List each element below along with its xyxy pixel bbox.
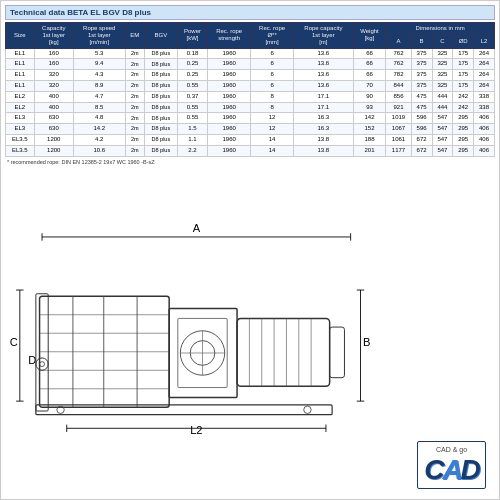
col-header: EM xyxy=(125,23,144,49)
table-cell: 400 xyxy=(34,102,73,113)
table-cell: 0.18 xyxy=(177,48,207,59)
bottom-section: A C D B L2 xyxy=(1,167,499,499)
table-cell: 1960 xyxy=(208,59,251,70)
table-cell: 475 xyxy=(411,91,432,102)
table-cell: D8 plus xyxy=(144,113,177,124)
table-cell: 320 xyxy=(34,80,73,91)
table-cell: 6 xyxy=(251,59,294,70)
cad-logo: CAD xyxy=(424,456,479,484)
col-header: Rec. ropestrength xyxy=(208,23,251,49)
table-cell: 2m xyxy=(125,124,144,135)
table-cell: 406 xyxy=(474,124,495,135)
table-cell: 325 xyxy=(432,70,453,81)
table-cell: 9.4 xyxy=(73,59,125,70)
table-cell: 16.3 xyxy=(294,124,354,135)
table-cell: D8 plus xyxy=(144,124,177,135)
table-cell: 13.8 xyxy=(294,145,354,156)
table-cell: 1960 xyxy=(208,113,251,124)
table-cell: 338 xyxy=(474,102,495,113)
table-row: EL13204.32mD8 plus0.251960613.6667823753… xyxy=(6,70,495,81)
table-cell: 1960 xyxy=(208,91,251,102)
table-cell: 1960 xyxy=(208,145,251,156)
col-header: Rec. ropeØ**[mm] xyxy=(251,23,294,49)
table-cell: 152 xyxy=(353,124,386,135)
table-cell: 762 xyxy=(386,48,411,59)
table-cell: 12 xyxy=(251,113,294,124)
table-cell: 2.2 xyxy=(177,145,207,156)
table-cell: 2m xyxy=(125,145,144,156)
table-cell: 175 xyxy=(453,48,474,59)
table-cell: 672 xyxy=(411,134,432,145)
table-cell: D8 plus xyxy=(144,91,177,102)
table-cell: EL1 xyxy=(6,70,35,81)
table-cell: 4.8 xyxy=(73,113,125,124)
col-header: Capacity1st layer[kg] xyxy=(34,23,73,49)
table-cell: 264 xyxy=(474,80,495,91)
table-row: EL3.512004.22mD8 plus1.119601413.8188106… xyxy=(6,134,495,145)
table-cell: 547 xyxy=(432,113,453,124)
svg-point-43 xyxy=(304,406,311,413)
table-cell: 547 xyxy=(432,145,453,156)
table-cell: EL3.5 xyxy=(6,134,35,145)
table-cell: 264 xyxy=(474,70,495,81)
table-cell: D8 plus xyxy=(144,102,177,113)
svg-text:C: C xyxy=(10,335,18,347)
table-cell: 13.6 xyxy=(294,70,354,81)
table-cell: EL1 xyxy=(6,80,35,91)
table-cell: 10.6 xyxy=(73,145,125,156)
table-cell: 1200 xyxy=(34,145,73,156)
col-header: Dimensions in mm xyxy=(386,23,495,36)
table-cell: 17.1 xyxy=(294,102,354,113)
table-cell: EL1 xyxy=(6,48,35,59)
table-cell: D8 plus xyxy=(144,70,177,81)
table-row: EL13208.92mD8 plus0.551960613.6708443753… xyxy=(6,80,495,91)
table-cell: 14 xyxy=(251,134,294,145)
table-cell: 630 xyxy=(34,124,73,135)
table-cell: 856 xyxy=(386,91,411,102)
table-cell: 4.3 xyxy=(73,70,125,81)
table-cell: 0.25 xyxy=(177,70,207,81)
svg-rect-33 xyxy=(237,318,330,386)
table-row: EL363014.22mD8 plus1.519601216.315210675… xyxy=(6,124,495,135)
table-cell: 444 xyxy=(432,91,453,102)
table-cell: 1960 xyxy=(208,102,251,113)
table-cell: 5.3 xyxy=(73,48,125,59)
table-cell: 6 xyxy=(251,70,294,81)
dim-subheader: A xyxy=(386,35,411,48)
table-cell: D8 plus xyxy=(144,48,177,59)
table-cell: 2m xyxy=(125,91,144,102)
table-cell: 1960 xyxy=(208,134,251,145)
table-cell: 16.3 xyxy=(294,113,354,124)
table-cell: 0.55 xyxy=(177,80,207,91)
table-cell: 6 xyxy=(251,48,294,59)
table-cell: 672 xyxy=(411,145,432,156)
col-header: Weight[kg] xyxy=(353,23,386,49)
col-header: Size xyxy=(6,23,35,49)
table-cell: 13.6 xyxy=(294,48,354,59)
table-cell: 295 xyxy=(453,145,474,156)
table-cell: 66 xyxy=(353,59,386,70)
table-cell: 295 xyxy=(453,134,474,145)
table-row: EL11605.32mD8 plus0.181960613.6667623753… xyxy=(6,48,495,59)
table-cell: 1177 xyxy=(386,145,411,156)
table-row: EL11609.42mD8 plus0.251960613.6667623753… xyxy=(6,59,495,70)
table-cell: 406 xyxy=(474,134,495,145)
table-cell: EL2 xyxy=(6,91,35,102)
table-cell: 1960 xyxy=(208,48,251,59)
table-cell: 375 xyxy=(411,48,432,59)
dim-subheader: ØD xyxy=(453,35,474,48)
table-row: EL3.5120010.62mD8 plus2.219601413.820111… xyxy=(6,145,495,156)
cad-box[interactable]: CAD & go CAD xyxy=(417,441,486,489)
table-cell: 2m xyxy=(125,80,144,91)
table-cell: 2m xyxy=(125,70,144,81)
table-cell: 0.55 xyxy=(177,102,207,113)
table-cell: 0.55 xyxy=(177,113,207,124)
table-cell: 0.25 xyxy=(177,59,207,70)
table-cell: 142 xyxy=(353,113,386,124)
table-cell: 13.6 xyxy=(294,80,354,91)
table-cell: 1960 xyxy=(208,80,251,91)
table-cell: 175 xyxy=(453,70,474,81)
col-header: BGV xyxy=(144,23,177,49)
dim-subheader: B xyxy=(411,35,432,48)
dim-subheader: L2 xyxy=(474,35,495,48)
